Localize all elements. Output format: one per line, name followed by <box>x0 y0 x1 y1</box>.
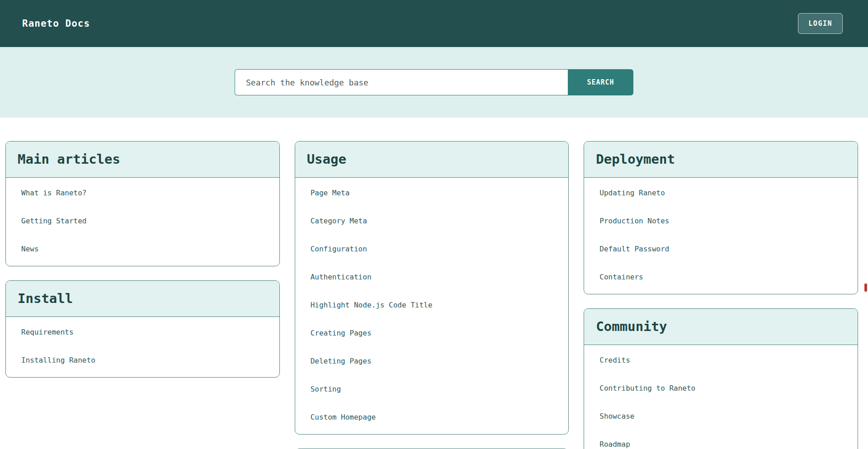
doc-link[interactable]: Category Meta <box>295 207 569 235</box>
card-install: InstallRequirementsInstalling Raneto <box>5 280 280 378</box>
doc-link[interactable]: News <box>6 235 279 263</box>
card-header: Deployment <box>584 142 858 178</box>
card-body: Updating RanetoProduction NotesDefault P… <box>584 178 858 294</box>
card-body: CreditsContributing to RanetoShowcaseRoa… <box>584 345 858 449</box>
doc-link[interactable]: What is Raneto? <box>6 179 279 207</box>
card-deployment: DeploymentUpdating RanetoProduction Note… <box>584 141 858 294</box>
card-header: Usage <box>295 142 569 178</box>
card-title: Main articles <box>18 152 268 167</box>
doc-link[interactable]: Roadmap <box>584 430 858 449</box>
doc-link[interactable]: Default Password <box>584 235 858 263</box>
doc-link[interactable]: Sorting <box>295 375 569 403</box>
card-title: Install <box>18 291 268 306</box>
card-title: Deployment <box>596 152 846 167</box>
doc-link[interactable]: Requirements <box>6 318 279 346</box>
doc-link[interactable]: Getting Started <box>6 207 279 235</box>
search-button[interactable]: SEARCH <box>568 69 633 95</box>
doc-link[interactable]: Configuration <box>295 235 569 263</box>
card-usage: UsagePage MetaCategory MetaConfiguration… <box>295 141 569 435</box>
card-header: Install <box>6 281 279 317</box>
search-input[interactable] <box>235 69 568 95</box>
search-group: SEARCH <box>235 69 633 95</box>
card-body: RequirementsInstalling Raneto <box>6 317 279 377</box>
doc-link[interactable]: Showcase <box>584 402 858 430</box>
doc-link[interactable]: Page Meta <box>295 179 569 207</box>
doc-link[interactable]: Contributing to Raneto <box>584 374 858 402</box>
doc-link[interactable]: Production Notes <box>584 207 858 235</box>
doc-link[interactable]: Credits <box>584 346 858 374</box>
doc-link[interactable]: Containers <box>584 263 858 291</box>
scrollbar-marker[interactable] <box>864 284 867 292</box>
column-3: DeploymentUpdating RanetoProduction Note… <box>584 141 858 449</box>
navbar: Raneto Docs LOGIN <box>0 0 868 47</box>
card-title: Community <box>596 319 846 334</box>
doc-link[interactable]: Custom Homepage <box>295 403 569 431</box>
card-body: What is Raneto?Getting StartedNews <box>6 178 279 266</box>
column-1: Main articlesWhat is Raneto?Getting Star… <box>5 141 280 392</box>
search-band: SEARCH <box>0 47 868 118</box>
column-2: UsagePage MetaCategory MetaConfiguration… <box>295 141 569 449</box>
card-main-articles: Main articlesWhat is Raneto?Getting Star… <box>5 141 280 266</box>
content-grid: Main articlesWhat is Raneto?Getting Star… <box>5 141 858 449</box>
card-header: Main articles <box>6 142 279 178</box>
card-body: Page MetaCategory MetaConfigurationAuthe… <box>295 178 569 434</box>
doc-link[interactable]: Installing Raneto <box>6 346 279 374</box>
card-community: CommunityCreditsContributing to RanetoSh… <box>584 308 858 449</box>
login-button[interactable]: LOGIN <box>798 13 843 34</box>
doc-link[interactable]: Creating Pages <box>295 319 569 347</box>
doc-link[interactable]: Deleting Pages <box>295 347 569 375</box>
brand-title: Raneto Docs <box>22 18 90 29</box>
card-header: Community <box>584 309 858 345</box>
doc-link[interactable]: Authentication <box>295 263 569 291</box>
doc-link[interactable]: Updating Raneto <box>584 179 858 207</box>
doc-link[interactable]: Highlight Node.js Code Title <box>295 291 569 319</box>
card-title: Usage <box>307 152 557 167</box>
